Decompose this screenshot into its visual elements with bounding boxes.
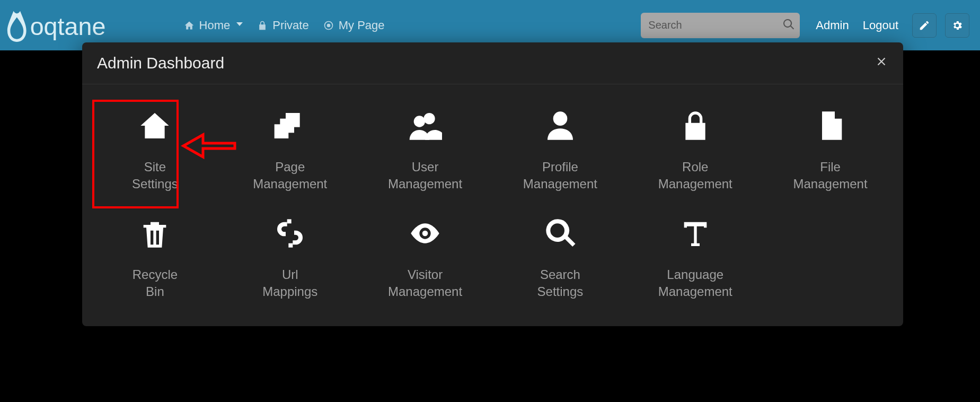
trash-icon [134, 212, 176, 255]
chevron-down-icon [236, 22, 243, 26]
home-icon [183, 20, 195, 31]
tile-label: Profile Management [523, 159, 597, 193]
users-icon [404, 104, 446, 147]
search-icon[interactable] [782, 18, 795, 33]
nav-private[interactable]: Private [251, 15, 314, 36]
svg-rect-5 [275, 124, 289, 138]
svg-text:oqtane: oqtane [30, 12, 106, 40]
edit-button[interactable] [912, 13, 937, 38]
home-icon [134, 104, 176, 147]
svg-point-8 [553, 111, 568, 126]
tile-label: Recycle Bin [133, 266, 178, 301]
close-button[interactable] [875, 55, 888, 72]
logout-link[interactable]: Logout [863, 19, 898, 32]
lock-icon [674, 104, 717, 147]
tile-site-settings[interactable]: Site Settings [87, 95, 223, 203]
tile-file-management[interactable]: File Management [763, 95, 898, 203]
gear-icon [951, 20, 963, 31]
user-icon [539, 104, 581, 147]
layers-icon [269, 104, 311, 147]
tile-label: Search Settings [537, 266, 584, 301]
svg-point-2 [327, 24, 330, 27]
modal-title: Admin Dashboard [97, 54, 224, 72]
text-icon [674, 212, 717, 255]
admin-dashboard-modal: Admin Dashboard Site Settings Page Manag… [82, 42, 903, 326]
svg-point-6 [423, 113, 435, 124]
pencil-icon [919, 20, 930, 31]
modal-header: Admin Dashboard [82, 42, 903, 84]
random-icon [269, 212, 311, 255]
nav-home-label: Home [199, 19, 231, 32]
nav-mypage-label: My Page [339, 19, 385, 32]
tile-label: Page Management [253, 159, 327, 193]
search-box[interactable] [641, 13, 800, 38]
magnifier-icon [539, 212, 581, 255]
tile-label: Language Management [658, 266, 732, 301]
svg-point-11 [422, 230, 428, 236]
tile-label: User Management [388, 159, 462, 193]
nav-mypage[interactable]: My Page [317, 15, 390, 36]
tile-profile-management[interactable]: Profile Management [492, 95, 628, 203]
tile-language-management[interactable]: Language Management [628, 203, 763, 310]
svg-point-7 [414, 116, 425, 127]
admin-link[interactable]: Admin [816, 19, 849, 32]
svg-rect-9 [287, 219, 292, 223]
tile-label: Url Mappings [262, 266, 317, 301]
tile-recycle-bin[interactable]: Recycle Bin [87, 203, 223, 310]
close-icon [875, 55, 888, 68]
nav-home[interactable]: Home [178, 15, 249, 36]
target-icon [323, 20, 334, 31]
lock-icon [257, 20, 268, 31]
top-links: Admin Logout [816, 13, 969, 38]
main-nav: Home Private My Page [178, 15, 390, 36]
brand-logo[interactable]: oqtane [5, 7, 162, 44]
svg-rect-10 [289, 243, 293, 247]
tile-role-management[interactable]: Role Management [628, 95, 763, 203]
file-icon [809, 104, 852, 147]
tile-label: Visitor Management [388, 266, 462, 301]
tile-label: Role Management [658, 159, 732, 193]
tile-label: File Management [793, 159, 868, 193]
tile-label: Site Settings [132, 159, 178, 193]
tile-visitor-management[interactable]: Visitor Management [358, 203, 493, 310]
tile-user-management[interactable]: User Management [358, 95, 493, 203]
tile-url-mappings[interactable]: Url Mappings [223, 203, 358, 310]
dashboard-grid: Site Settings Page Management User Manag… [82, 84, 903, 310]
tile-page-management[interactable]: Page Management [223, 95, 358, 203]
search-input[interactable] [648, 19, 782, 31]
settings-button[interactable] [945, 13, 969, 38]
nav-private-label: Private [272, 19, 308, 32]
eye-icon [404, 212, 446, 255]
tile-search-settings[interactable]: Search Settings [492, 203, 628, 310]
